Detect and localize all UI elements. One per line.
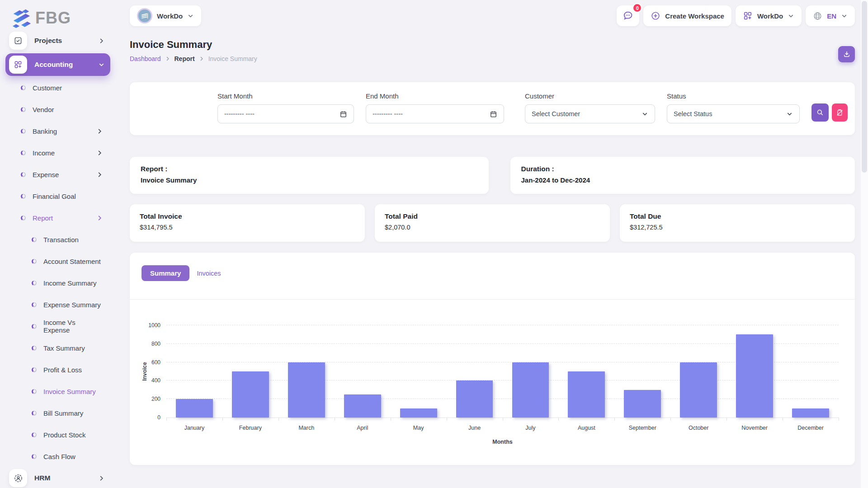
x-axis-tick (614, 418, 615, 421)
start-month-input[interactable]: --------- ---- (217, 104, 354, 123)
sidebar-item-account-statement[interactable]: Account Statement (5, 250, 110, 272)
sidebar-item-income[interactable]: Income (5, 142, 110, 164)
duration-value: Jan-2024 to Dec-2024 (521, 176, 844, 184)
chevron-right-icon (165, 56, 170, 61)
bullet-icon (21, 129, 26, 134)
download-button[interactable] (838, 46, 855, 62)
bar-january[interactable] (176, 399, 213, 418)
bar-august[interactable] (568, 371, 605, 418)
x-axis-label-july: July (525, 425, 535, 431)
sidebar-item-invoice-summary[interactable]: Invoice Summary (5, 380, 110, 402)
customer-select-value: Select Customer (532, 110, 580, 117)
bar-march[interactable] (288, 362, 325, 418)
sidebar-item-expense[interactable]: Expense (5, 164, 110, 185)
sidebar-item-label: HRM (34, 474, 98, 482)
status-select[interactable]: Select Status (667, 104, 800, 123)
start-month-label: Start Month (217, 92, 354, 100)
tab-summary[interactable]: Summary (142, 265, 189, 281)
sidebar-item-label: Income Summary (43, 279, 103, 287)
y-axis-tick-label: 800 (151, 341, 160, 347)
search-button[interactable] (811, 103, 829, 122)
filter-actions (811, 103, 848, 122)
sidebar-item-hrm[interactable]: HRM (5, 467, 110, 488)
bullet-icon (21, 150, 26, 155)
bar-july[interactable] (512, 362, 549, 418)
sidebar-item-label: Tax Summary (43, 344, 103, 352)
x-axis-tick (335, 418, 335, 421)
create-workspace-button[interactable]: Create Workspace (643, 5, 731, 26)
sidebar-item-income-summary[interactable]: Income Summary (5, 272, 110, 294)
invoice-chart: Invoice 02004006008001000 JanuaryFebruar… (166, 325, 839, 445)
bullet-icon (32, 389, 37, 394)
globe-icon (813, 11, 822, 21)
sidebar-item-vendor[interactable]: Vendor (5, 99, 110, 120)
sidebar-item-accounting[interactable]: Accounting (5, 53, 110, 76)
page-title: Invoice Summary (130, 39, 257, 51)
clear-filter-icon (836, 109, 844, 117)
sidebar-item-customer[interactable]: Customer (5, 77, 110, 99)
topbar-actions: 0 Create Workspace WorkDo (617, 5, 855, 26)
divider (130, 299, 855, 300)
bar-may[interactable] (400, 408, 437, 418)
download-icon (843, 50, 851, 58)
status-label: Status (667, 92, 800, 100)
bar-april[interactable] (344, 394, 381, 418)
report-card: Report : Invoice Summary (130, 157, 489, 194)
chart-x-labels: JanuaryFebruaryMarchAprilMayJuneJulyAugu… (166, 425, 839, 433)
workspace-switcher[interactable]: WorkDo (130, 5, 201, 26)
sidebar-item-label: Accounting (34, 61, 98, 69)
chevron-down-icon (98, 61, 105, 68)
bullet-icon (32, 411, 37, 416)
sidebar-item-cash-flow[interactable]: Cash Flow (5, 446, 110, 467)
end-month-field-group: End Month --------- ---- (366, 92, 504, 135)
sidebar-item-banking[interactable]: Banking (5, 120, 110, 142)
bar-february[interactable] (232, 371, 269, 418)
sidebar-item-transaction[interactable]: Transaction (5, 229, 110, 250)
gridline (166, 325, 839, 325)
breadcrumb-report[interactable]: Report (175, 55, 195, 62)
messages-button[interactable]: 0 (617, 5, 639, 26)
workspace-name: WorkDo (157, 12, 183, 20)
customer-field-group: Customer Select Customer (525, 92, 655, 135)
bar-november[interactable] (736, 334, 773, 418)
x-axis-tick (278, 418, 279, 421)
language-selector[interactable]: EN (806, 5, 855, 26)
bullet-icon (32, 432, 37, 437)
sidebar-item-bill-summary[interactable]: Bill Summary (5, 402, 110, 424)
messages-badge: 0 (632, 3, 642, 13)
sidebar-item-income-vs-expense[interactable]: Income Vs Expense (5, 315, 110, 337)
chevron-right-icon (98, 475, 105, 482)
sidebar-item-profit-loss[interactable]: Profit & Loss (5, 359, 110, 380)
sidebar-item-report[interactable]: Report (5, 207, 110, 229)
bar-september[interactable] (624, 390, 661, 418)
end-month-input[interactable]: --------- ---- (366, 104, 504, 123)
customer-select[interactable]: Select Customer (525, 104, 655, 123)
sidebar-item-label: Account Statement (43, 258, 103, 265)
chevron-right-icon (98, 38, 105, 44)
sidebar-item-projects[interactable]: Projects (5, 30, 110, 52)
scrollbar-thumb[interactable] (862, 1, 867, 173)
total-paid-value: $2,070.0 (385, 224, 600, 231)
y-axis-tick-label: 200 (151, 396, 160, 402)
sidebar-item-label: Banking (33, 127, 96, 135)
bullet-icon (21, 172, 26, 177)
app-menu-button[interactable]: WorkDo (736, 5, 802, 26)
tab-invoices[interactable]: Invoices (197, 270, 221, 277)
sidebar-item-tax-summary[interactable]: Tax Summary (5, 337, 110, 359)
y-axis-tick-label: 400 (151, 377, 160, 384)
breadcrumb-dashboard[interactable]: Dashboard (130, 55, 161, 62)
language-label: EN (827, 12, 836, 20)
chevron-right-icon (96, 171, 103, 178)
sidebar-item-product-stock[interactable]: Product Stock (5, 424, 110, 446)
app-logo[interactable]: FBG (5, 6, 110, 30)
bar-june[interactable] (456, 380, 493, 418)
bar-december[interactable] (792, 408, 829, 418)
sidebar-item-label: Income (33, 149, 96, 157)
reset-filter-button[interactable] (832, 103, 848, 122)
sidebar-item-expense-summary[interactable]: Expense Summary (5, 294, 110, 315)
calendar-icon (490, 110, 497, 118)
sidebar-item-financial-goal[interactable]: Financial Goal (5, 185, 110, 207)
scrollbar-track[interactable] (861, 0, 868, 488)
sidebar-item-label: Transaction (43, 236, 103, 244)
bar-october[interactable] (680, 362, 717, 418)
